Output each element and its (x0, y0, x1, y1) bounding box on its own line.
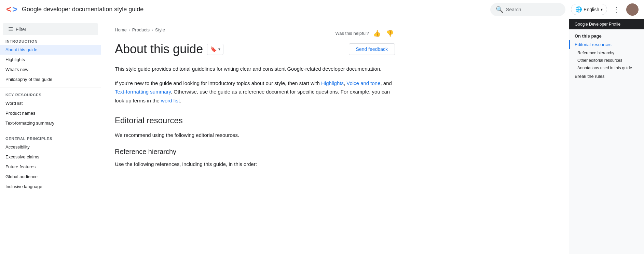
editorial-resources-intro: We recommend using the following editori… (115, 131, 395, 140)
toc-break-the-rules[interactable]: Break the rules (569, 72, 644, 81)
intro-paragraph-2: If you're new to the guide and looking f… (115, 79, 395, 105)
link-word-list[interactable]: word list (161, 98, 180, 103)
language-button[interactable]: 🌐 English ▾ (571, 4, 607, 15)
toc-annotations[interactable]: Annotations used in this guide (569, 64, 644, 72)
search-icon: 🔍 (496, 6, 503, 13)
toc-other-editorial-resources[interactable]: Other editorial resources (569, 57, 644, 64)
breadcrumb: Home › Products › Style (115, 27, 165, 32)
toc-reference-hierarchy[interactable]: Reference hierarchy (569, 49, 644, 57)
content-inner: Home › Products › Style Was this helpful… (101, 19, 409, 187)
search-placeholder: Search (506, 7, 521, 12)
page-title-row: About this guide 🔖 ▾ Send feedback (115, 42, 395, 56)
sidebar-item-highlights[interactable]: Highlights (0, 55, 101, 65)
header: < > Google developer documentation style… (0, 0, 644, 19)
breadcrumb-sep-2: › (152, 28, 153, 32)
page-title: About this guide (115, 42, 203, 56)
on-this-page-label: On this page (569, 29, 644, 40)
sidebar-item-excessive-claims[interactable]: Excessive claims (0, 152, 101, 162)
helpful-row: Was this helpful? 👍 👎 (335, 28, 395, 39)
sidebar-section-key-resources: Key resources (0, 90, 101, 98)
sidebar-item-global-audience[interactable]: Global audience (0, 172, 101, 182)
breadcrumb-products[interactable]: Products (132, 27, 150, 32)
thumbs-down-button[interactable]: 👎 (385, 28, 395, 39)
link-highlights[interactable]: Highlights (321, 80, 344, 86)
profile-tooltip: Google Developer Profile (569, 19, 644, 29)
thumbs-up-button[interactable]: 👍 (372, 28, 382, 39)
filter-icon: ☰ (8, 26, 13, 32)
link-voice-and-tone[interactable]: Voice and tone (346, 80, 380, 86)
bookmark-button[interactable]: 🔖 ▾ (207, 44, 223, 55)
toc-editorial-resources[interactable]: Editorial resources (569, 40, 644, 49)
globe-icon: 🌐 (575, 6, 582, 13)
right-sidebar: Google Developer Profile On this page Ed… (569, 19, 644, 254)
sidebar-item-inclusive-language[interactable]: Inclusive language (0, 182, 101, 192)
breadcrumb-sep-1: › (129, 28, 130, 32)
chevron-down-icon: ▾ (601, 7, 603, 12)
sidebar-item-accessibility[interactable]: Accessibility (0, 142, 101, 152)
reference-hierarchy-heading: Reference hierarchy (115, 148, 395, 156)
breadcrumb-home[interactable]: Home (115, 27, 127, 32)
sidebar-item-word-list[interactable]: Word list (0, 98, 101, 108)
more-options-button[interactable]: ⋮ (610, 3, 624, 16)
logo-link[interactable]: < > Google developer documentation style… (5, 3, 143, 16)
editorial-resources-heading: Editorial resources (115, 116, 395, 125)
sidebar-item-whats-new[interactable]: What's new (0, 65, 101, 74)
search-box[interactable]: 🔍 Search (490, 3, 565, 16)
page-body: This style guide provides editorial guid… (115, 65, 395, 168)
filter-label: Filter (16, 27, 26, 32)
filter-box[interactable]: ☰ Filter (3, 23, 98, 35)
more-vert-icon: ⋮ (613, 5, 620, 14)
sidebar-divider-1 (0, 87, 101, 87)
site-title: Google developer documentation style gui… (22, 6, 143, 13)
svg-text:<: < (6, 4, 11, 14)
body-layout: ☰ Filter Introduction About this guide H… (0, 19, 644, 254)
google-logo-icon: < > (5, 3, 19, 16)
sidebar-section-general-principles: General principles (0, 134, 101, 142)
sidebar-divider-2 (0, 131, 101, 131)
helpful-label: Was this helpful? (335, 31, 369, 36)
send-feedback-button[interactable]: Send feedback (349, 43, 395, 55)
reference-hierarchy-intro: Use the following references, including … (115, 160, 395, 169)
link-text-formatting[interactable]: Text-formatting summary (115, 89, 171, 95)
sidebar-item-text-formatting[interactable]: Text-formatting summary (0, 118, 101, 128)
breadcrumb-style[interactable]: Style (155, 27, 165, 32)
svg-text:>: > (12, 4, 17, 14)
sidebar-item-about-this-guide[interactable]: About this guide (0, 45, 101, 55)
sidebar-item-future-features[interactable]: Future features (0, 162, 101, 172)
left-sidebar: ☰ Filter Introduction About this guide H… (0, 19, 101, 254)
main-content: Home › Products › Style Was this helpful… (101, 19, 569, 254)
language-label: English (584, 7, 599, 12)
sidebar-item-product-names[interactable]: Product names (0, 108, 101, 118)
bookmark-icon: 🔖 (210, 46, 217, 53)
bookmark-chevron-icon: ▾ (218, 47, 220, 52)
intro-paragraph-1: This style guide provides editorial guid… (115, 65, 395, 73)
header-actions: 🌐 English ▾ ⋮ (571, 3, 639, 16)
sidebar-section-introduction: Introduction (0, 37, 101, 45)
sidebar-item-philosophy[interactable]: Philosophy of this guide (0, 74, 101, 84)
avatar[interactable] (626, 3, 639, 16)
